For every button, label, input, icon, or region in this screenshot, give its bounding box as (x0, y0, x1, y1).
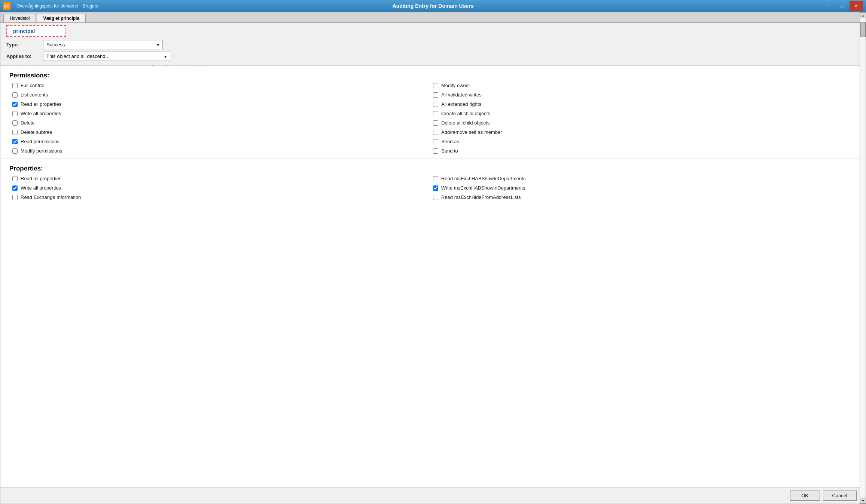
prop-write-all-label: Write all properties (21, 185, 61, 191)
permissions-col2: Modify owner All validated writes All ex… (430, 81, 851, 156)
perm-all-extended-label: All extended rights (441, 101, 481, 107)
perm-full-control: Full control (9, 81, 430, 90)
tab-principal[interactable]: Vælg et principia (37, 14, 86, 22)
menu-users[interactable]: Brugere (83, 3, 99, 9)
perm-all-validated-checkbox[interactable] (433, 92, 438, 98)
prop-read-msexch-hab: Read msExchHABShowInDepartments (430, 174, 851, 183)
perm-list-contents-label: List contents (21, 92, 48, 98)
scroll-up-button[interactable]: ▲ (860, 12, 866, 18)
perm-all-validated-label: All validated writes (441, 92, 482, 98)
properties-section: Properties: Read all properties Write al… (0, 159, 860, 205)
close-button[interactable]: ✕ (850, 1, 863, 11)
prop-read-msexch-hide-checkbox[interactable] (433, 195, 438, 200)
applies-row: Applies to: This object and all descend.… (6, 52, 860, 61)
perm-all-extended: All extended rights (430, 99, 851, 109)
properties-col1: Read all properties Write all properties… (9, 174, 430, 202)
perm-delete-child-checkbox[interactable] (433, 120, 438, 126)
perm-delete-subtree-label: Delete subtree (21, 129, 52, 135)
title-bar: AD Overvågningspost for domæne Brugere A… (0, 0, 866, 12)
perm-add-remove-self-checkbox[interactable] (433, 130, 438, 135)
perm-modify-permissions: Modify permissions (9, 146, 430, 156)
perm-delete: Delete (9, 118, 430, 127)
perm-delete-child-label: Delete all child objects (441, 120, 490, 126)
permissions-heading: Permissions: (9, 72, 851, 79)
perm-modify-owner-checkbox[interactable] (433, 83, 438, 88)
minimize-button[interactable]: − (821, 1, 835, 11)
perm-modify-permissions-label: Modify permissions (21, 148, 62, 154)
perm-send-as: Send as (430, 137, 851, 146)
prop-read-msexch-hide: Read msExchHideFromAddressLists (430, 193, 851, 202)
perm-create-child-checkbox[interactable] (433, 111, 438, 116)
maximize-button[interactable]: □ (835, 1, 849, 11)
perm-write-all-props-label: Write all properties (21, 111, 61, 116)
perm-read-all-props-label: Read all properties (21, 101, 61, 107)
perm-delete-checkbox[interactable] (12, 120, 18, 126)
properties-grid: Read all properties Write all properties… (9, 174, 851, 202)
prop-read-exchange: Read Exchange Information (9, 193, 430, 202)
prop-read-msexch-hab-checkbox[interactable] (433, 176, 438, 181)
cancel-button[interactable]: Cancel (823, 491, 857, 501)
perm-all-validated: All validated writes (430, 90, 851, 99)
perm-add-remove-self: Add/remove self as member (430, 127, 851, 137)
perm-delete-child: Delete all child objects (430, 118, 851, 127)
prop-read-msexch-hide-label: Read msExchHideFromAddressLists (441, 194, 521, 200)
tab-main[interactable]: Hovedstol (3, 14, 36, 22)
perm-list-contents: List contents (9, 90, 430, 99)
perm-send-to-checkbox[interactable] (433, 148, 438, 154)
prop-write-all: Write all properties (9, 183, 430, 193)
type-select-wrapper: Success Fail All (43, 40, 163, 49)
prop-read-msexch-hab-label: Read msExchHABShowInDepartments (441, 176, 525, 181)
principal-row: principal (6, 25, 860, 37)
app-icon: AD (3, 2, 10, 10)
main-scrollbar[interactable]: ▲ ▼ (860, 12, 866, 504)
main-window: ▲ ▼ Hovedstol Vælg et principia Slags: S… (0, 12, 866, 504)
prop-write-msexch-hab-label: Write msExchHABShowInDepartments (441, 185, 525, 191)
perm-modify-owner: Modify owner (430, 81, 851, 90)
prop-read-all: Read all properties (9, 174, 430, 183)
prop-read-all-checkbox[interactable] (12, 176, 18, 181)
window-controls: − □ ✕ (821, 1, 863, 11)
type-label: Type: (6, 42, 40, 47)
perm-send-as-checkbox[interactable] (433, 139, 438, 144)
bottom-bar: OK Cancel (0, 487, 866, 504)
principal-input[interactable]: principal (6, 25, 66, 37)
perm-list-contents-checkbox[interactable] (12, 92, 18, 98)
applies-select[interactable]: This object and all descend... This obje… (43, 52, 170, 61)
prop-read-exchange-label: Read Exchange Information (21, 194, 81, 200)
perm-delete-subtree-checkbox[interactable] (12, 130, 18, 135)
permissions-col1: Full control List contents Read all prop… (9, 81, 430, 156)
prop-write-all-checkbox[interactable] (12, 185, 18, 191)
tab-bar: Hovedstol Vælg et principia (0, 12, 866, 23)
ok-button[interactable]: OK (790, 491, 820, 501)
perm-send-to: Send to (430, 146, 851, 156)
prop-read-exchange-checkbox[interactable] (12, 195, 18, 200)
perm-send-as-label: Send as (441, 139, 459, 144)
type-select[interactable]: Success Fail All (43, 40, 163, 49)
perm-delete-subtree: Delete subtree (9, 127, 430, 137)
scroll-thumb[interactable] (860, 22, 866, 37)
perm-full-control-checkbox[interactable] (12, 83, 18, 88)
perm-all-extended-checkbox[interactable] (433, 102, 438, 107)
perm-read-permissions: Read permissions (9, 137, 430, 146)
menu-monitoring[interactable]: Overvågningspost for domæne (16, 3, 78, 9)
perm-modify-permissions-checkbox[interactable] (12, 148, 18, 154)
permissions-grid: Full control List contents Read all prop… (9, 81, 851, 156)
main-form-area: principal Type: Success Fail All Applies… (0, 23, 866, 65)
title-bar-left: AD Overvågningspost for domæne Brugere (3, 2, 98, 10)
scroll-down-button[interactable]: ▼ (860, 498, 866, 504)
applies-label: Applies to: (6, 53, 40, 59)
content-area[interactable]: Permissions: Full control List contents (0, 66, 866, 487)
perm-read-permissions-checkbox[interactable] (12, 139, 18, 144)
perm-read-permissions-label: Read permissions (21, 139, 60, 144)
perm-modify-owner-label: Modify owner (441, 83, 470, 88)
prop-read-all-label: Read all properties (21, 176, 61, 181)
prop-write-msexch-hab: Write msExchHABShowInDepartments (430, 183, 851, 193)
window-title: Auditing Entry for Domain Users (392, 3, 473, 9)
bottom-spacer (0, 205, 860, 227)
properties-col2: Read msExchHABShowInDepartments Write ms… (430, 174, 851, 202)
perm-read-all-props-checkbox[interactable] (12, 102, 18, 107)
perm-send-to-label: Send to (441, 148, 458, 154)
prop-write-msexch-hab-checkbox[interactable] (433, 185, 438, 191)
perm-write-all-props-checkbox[interactable] (12, 111, 18, 116)
perm-delete-label: Delete (21, 120, 35, 126)
